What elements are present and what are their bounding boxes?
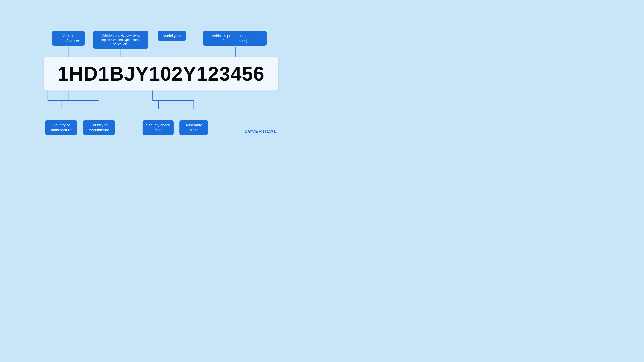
label-assembly-plant: Assembly plant — [180, 120, 208, 135]
carvertical-logo: carVERTICAL — [245, 129, 277, 134]
label-production-number: Vehicle's production number (serial numb… — [203, 31, 267, 45]
label-country-manufacture-2: Country of manufacture — [83, 120, 115, 135]
label-security-check-digit: Security check digit — [142, 120, 174, 135]
vin-number: 1HD1BJY102Y123456 — [58, 62, 265, 85]
logo-car: car — [245, 129, 252, 134]
diagram-container: 1HD1BJY102Y123456 Vehicle manufacturer V… — [35, 23, 287, 158]
label-vehicle-desc: Vehicle's brand, body style, engine size… — [93, 31, 148, 49]
label-country-manufacture-1: Country of manufacture — [45, 120, 77, 135]
vin-plate: 1HD1BJY102Y123456 — [44, 57, 278, 90]
logo-vertical: VERTICAL — [252, 129, 277, 134]
label-vehicle-manufacturer: Vehicle manufacturer — [52, 31, 85, 45]
label-model-year: Model year — [158, 31, 186, 41]
